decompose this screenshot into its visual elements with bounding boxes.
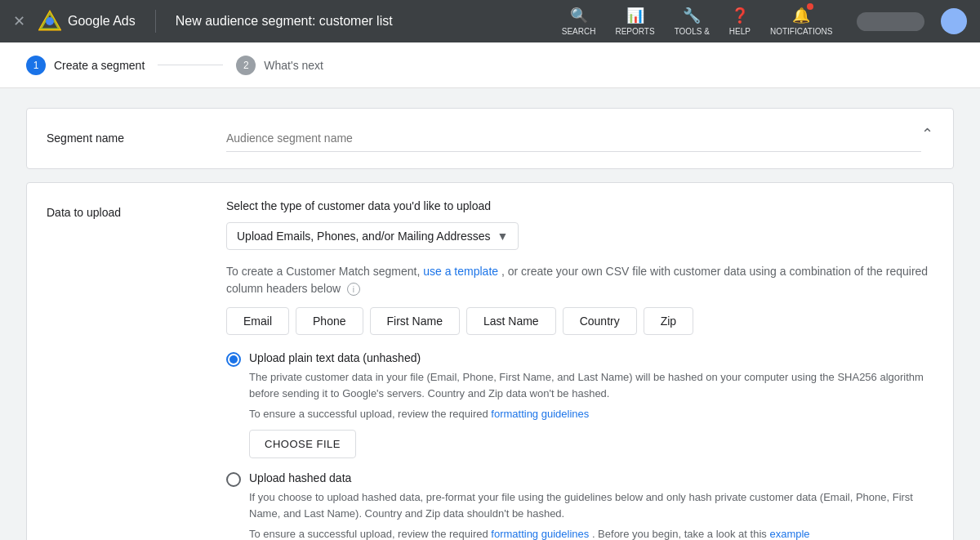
radio-plain-text-button[interactable] — [226, 352, 241, 367]
column-headers: Email Phone First Name Last Name Country… — [226, 307, 933, 335]
formatting-guidelines-link[interactable]: formatting guidelines — [491, 408, 589, 420]
avatar[interactable] — [941, 8, 967, 34]
data-upload-card: Data to upload Select the type of custom… — [26, 182, 954, 540]
segment-name-header: ⌃ — [226, 125, 933, 152]
notification-badge — [807, 3, 813, 10]
reports-icon: 📊 — [626, 7, 644, 25]
radio-hashed-data-content: Upload hashed data If you choose to uplo… — [249, 471, 933, 540]
hashed-formatting-guidelines-line: To ensure a successful upload, review th… — [249, 528, 933, 540]
step-2-circle: 2 — [236, 56, 256, 75]
help-nav-label: HELP — [729, 27, 751, 36]
stepper: 1 Create a segment 2 What's next — [0, 42, 980, 88]
radio-plain-text-label: Upload plain text data (unhashed) — [249, 351, 933, 364]
hashed-example-link[interactable]: example — [769, 528, 809, 540]
radio-hashed-data-label: Upload hashed data — [249, 471, 933, 484]
dropdown-arrow-icon: ▼ — [497, 230, 509, 243]
nav-actions: 🔍 SEARCH 📊 REPORTS 🔧 TOOLS & ❓ HELP 🔔 NO… — [554, 3, 841, 39]
notifications-icon: 🔔 — [792, 7, 810, 25]
search-nav-button[interactable]: 🔍 SEARCH — [554, 3, 604, 39]
hashed-formatting-text-before: To ensure a successful upload, review th… — [249, 528, 488, 540]
segment-name-row: Segment name ⌃ — [27, 109, 953, 168]
account-selector[interactable] — [857, 12, 924, 31]
hashed-formatting-guidelines-link[interactable]: formatting guidelines — [491, 528, 589, 540]
col-last-name: Last Name — [466, 307, 556, 335]
segment-name-label: Segment name — [47, 125, 226, 145]
step-1-circle: 1 — [26, 56, 46, 75]
tools-icon: 🔧 — [683, 7, 701, 25]
segment-name-input[interactable] — [226, 125, 921, 152]
close-button[interactable]: ✕ — [13, 12, 25, 30]
app-logo: Google Ads — [38, 10, 136, 33]
page-content: Segment name ⌃ Data to upload Select the… — [0, 88, 980, 540]
step-connector — [158, 65, 223, 65]
tools-nav-button[interactable]: 🔧 TOOLS & — [666, 3, 718, 39]
radio-plain-text: Upload plain text data (unhashed) The pr… — [226, 351, 933, 458]
upload-type-value: Upload Emails, Phones, and/or Mailing Ad… — [237, 230, 491, 243]
segment-name-card: Segment name ⌃ — [26, 108, 954, 169]
col-zip: Zip — [644, 307, 693, 335]
info-icon[interactable]: i — [347, 283, 360, 296]
google-ads-icon — [38, 10, 61, 33]
upload-type-dropdown[interactable]: Upload Emails, Phones, and/or Mailing Ad… — [226, 222, 519, 250]
choose-file-button[interactable]: CHOOSE FILE — [249, 430, 356, 458]
data-upload-label: Data to upload — [47, 199, 226, 219]
reports-nav-label: REPORTS — [615, 27, 654, 36]
data-upload-row: Data to upload Select the type of custom… — [27, 183, 953, 540]
help-nav-button[interactable]: ❓ HELP — [721, 3, 759, 39]
topbar: ✕ Google Ads New audience segment: custo… — [0, 0, 980, 42]
radio-plain-text-content: Upload plain text data (unhashed) The pr… — [249, 351, 933, 458]
radio-hashed-data: Upload hashed data If you choose to uplo… — [226, 471, 933, 540]
notifications-nav-button[interactable]: 🔔 NOTIFICATIONS — [762, 3, 840, 39]
reports-nav-button[interactable]: 📊 REPORTS — [607, 3, 662, 39]
formatting-guidelines-line: To ensure a successful upload, review th… — [249, 408, 933, 420]
use-template-link[interactable]: use a template — [423, 265, 498, 278]
step-2-label: What's next — [264, 59, 323, 72]
search-nav-label: SEARCH — [562, 27, 596, 36]
collapse-icon[interactable]: ⌃ — [921, 125, 933, 143]
step-1-label: Create a segment — [54, 59, 145, 72]
segment-name-content: ⌃ — [226, 125, 933, 152]
help-icon: ❓ — [731, 7, 749, 25]
formatting-text-before: To ensure a successful upload, review th… — [249, 408, 488, 420]
radio-hashed-data-button[interactable] — [226, 472, 241, 487]
nav-divider — [155, 10, 156, 33]
col-phone: Phone — [296, 307, 363, 335]
search-icon: 🔍 — [570, 7, 588, 25]
hashed-formatting-text-after: . Before you begin, take a look at this — [592, 528, 767, 540]
app-name: Google Ads — [68, 14, 136, 29]
radio-plain-text-desc: The private customer data in your file (… — [249, 369, 933, 401]
page-title: New audience segment: customer list — [176, 14, 544, 29]
data-upload-content: Select the type of customer data you'd l… — [226, 199, 933, 540]
template-description: To create a Customer Match segment, use … — [226, 263, 933, 297]
notifications-nav-label: NOTIFICATIONS — [770, 27, 832, 36]
step-2[interactable]: 2 What's next — [236, 56, 323, 75]
col-email: Email — [226, 307, 289, 335]
col-country: Country — [563, 307, 637, 335]
step-1[interactable]: 1 Create a segment — [26, 56, 145, 75]
data-upload-subtitle: Select the type of customer data you'd l… — [226, 199, 933, 212]
radio-hashed-data-desc: If you choose to upload hashed data, pre… — [249, 489, 933, 521]
template-text-before: To create a Customer Match segment, — [226, 265, 420, 278]
tools-nav-label: TOOLS & — [675, 27, 710, 36]
col-first-name: First Name — [370, 307, 460, 335]
